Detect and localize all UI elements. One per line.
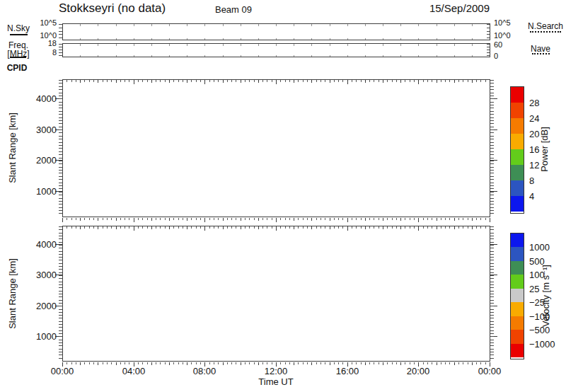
power-colorbar-segment	[511, 87, 524, 103]
x-major-tick	[134, 80, 134, 84]
y-tick-label: 1000	[24, 331, 57, 342]
x-major-tick	[418, 226, 419, 231]
time-axis-title: Time UT	[241, 376, 311, 387]
velocity-colorbar-segment	[511, 289, 524, 302]
x-major-tick	[490, 80, 490, 84]
nave-ytick-top: 60	[494, 40, 502, 49]
freq-ytick-top: 18	[28, 39, 57, 47]
power-colorbar-segment	[511, 149, 524, 165]
x-major-tick	[62, 80, 63, 84]
x-tick-label: 00:00	[468, 366, 511, 376]
superdarn-summary-plot: Stokkseyri (no data) Beam 09 15/Sep/2009…	[0, 0, 566, 392]
y-tick-label: 3000	[24, 270, 57, 280]
small-panel-y-ticks-left	[59, 44, 62, 57]
power-colorbar-tick-label: 28	[529, 98, 539, 108]
x-major-tick	[418, 80, 419, 84]
velocity-colorbar-segment	[511, 234, 524, 247]
nsearch-ytick-bottom: 10^0	[494, 31, 511, 40]
x-major-tick	[347, 218, 348, 222]
x-major-tick	[490, 226, 490, 231]
y-minor-ticks-right	[490, 226, 494, 361]
station-title: Stokkseyri (no data)	[59, 1, 166, 16]
x-tick-label: 00:00	[41, 366, 83, 376]
nave-label: Nave	[531, 44, 550, 54]
x-major-tick	[134, 226, 134, 231]
velocity-colorbar-segment	[511, 275, 524, 289]
beam-label: Beam 09	[197, 4, 270, 15]
x-major-tick	[204, 80, 205, 84]
nave-dotted-line-key	[532, 53, 550, 54]
power-colorbar-segment	[511, 118, 524, 134]
velocity-colorbar-tick-label: −1000	[529, 339, 555, 350]
velocity-colorbar-segment	[511, 302, 524, 316]
x-hour-ticks-small-panel	[62, 24, 490, 26]
y-tick-label: 2000	[24, 155, 57, 166]
freq-solid-line-key	[10, 57, 26, 58]
power-colorbar-title: Power [dB]	[539, 100, 550, 199]
velocity-colorbar-segment	[511, 330, 524, 344]
x-major-tick	[62, 226, 63, 231]
nsearch-label: N.Search	[528, 21, 563, 31]
y-minor-ticks-left	[59, 80, 62, 217]
x-major-tick	[347, 226, 348, 231]
velocity-colorbar-segment	[511, 261, 524, 275]
x-hour-ticks-small-panel	[62, 38, 490, 40]
power-colorbar-segment	[511, 103, 524, 118]
velocity-colorbar-segment	[511, 344, 524, 357]
small-panel-y-ticks-left	[59, 24, 62, 40]
cpid-label: CPID	[0, 63, 34, 73]
x-tick-label: 08:00	[183, 366, 226, 376]
power-colorbar-segment	[511, 165, 524, 180]
x-tick-label: 12:00	[255, 366, 297, 376]
power-colorbar-tick-label: 12	[529, 160, 539, 171]
velocity-colorbar-tick-label: 100	[529, 270, 545, 280]
x-major-tick	[276, 218, 277, 222]
nsearch-dotted-line-key	[530, 31, 561, 33]
y-tick-label: 1000	[24, 186, 57, 197]
x-major-tick	[490, 218, 490, 222]
velocity-colorbar-tick-label: 25	[529, 284, 539, 294]
velocity-panel	[62, 226, 490, 362]
x-major-tick	[347, 80, 348, 84]
x-major-tick	[276, 80, 277, 84]
x-major-tick	[204, 226, 205, 231]
freq-ytick-bottom: 8	[28, 48, 57, 57]
nsearch-ytick-top: 10^5	[494, 18, 511, 27]
nsky-ytick-top: 10^5	[28, 18, 57, 27]
y-tick-label: 4000	[24, 93, 57, 104]
nsky-solid-line-key	[10, 34, 28, 35]
x-tick-label: 04:00	[112, 366, 155, 376]
power-yaxis-title: Slant Range [km]	[7, 98, 18, 197]
power-colorbar-tick-label: 16	[529, 144, 539, 155]
velocity-colorbar-tick-label: 1000	[529, 242, 550, 253]
y-tick-label: 4000	[24, 239, 57, 250]
x-major-tick	[204, 218, 205, 222]
x-major-tick	[134, 218, 134, 222]
nave-ytick-bottom: 0	[494, 52, 498, 60]
power-colorbar-segment	[511, 196, 524, 212]
date-label: 15/Sep/2009	[348, 2, 490, 14]
y-minor-ticks-right	[490, 80, 494, 217]
x-hour-ticks-small-panel	[62, 44, 490, 46]
velocity-colorbar-tick-label: −25	[529, 297, 545, 308]
velocity-colorbar-tick-label: 500	[529, 256, 545, 267]
velocity-colorbar-tick-label: −100	[529, 311, 550, 322]
velocity-colorbar-segment	[511, 316, 524, 330]
power-colorbar-segment	[511, 180, 524, 196]
y-tick-label: 2000	[24, 301, 57, 311]
velocity-yaxis-title: Slant Range [km]	[7, 244, 18, 343]
y-tick-label: 3000	[24, 125, 57, 135]
x-major-tick	[62, 218, 63, 222]
small-panel-y-ticks-right	[487, 44, 490, 57]
x-tick-label: 20:00	[397, 366, 439, 376]
power-colorbar-tick-label: 20	[529, 129, 539, 139]
x-major-tick	[418, 218, 419, 222]
power-panel	[62, 79, 490, 217]
power-colorbar-tick-label: 24	[529, 113, 539, 124]
power-colorbar-tick-label: 4	[529, 191, 534, 202]
x-major-tick	[276, 226, 277, 231]
velocity-colorbar-tick-label: −500	[529, 325, 550, 335]
small-panel-y-ticks-right	[487, 24, 490, 40]
y-minor-ticks-left	[59, 226, 62, 361]
x-hour-ticks-small-panel	[62, 55, 490, 57]
